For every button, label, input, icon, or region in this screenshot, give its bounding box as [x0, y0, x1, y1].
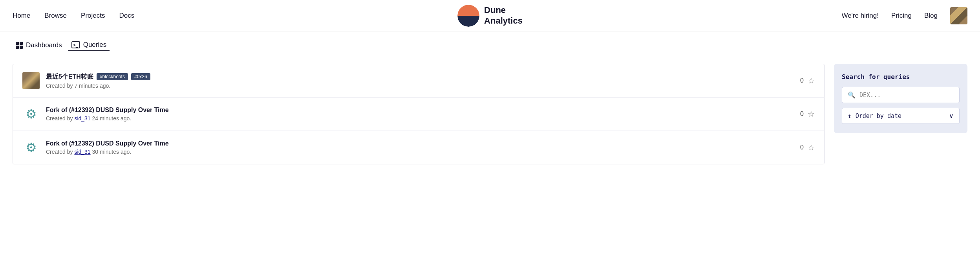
brand-logo	[457, 5, 479, 27]
nav-left: Home Browse Projects Docs	[13, 12, 134, 20]
search-sidebar: Search for queries 🔍 ↕ Order by date ∨	[834, 64, 967, 133]
dashboards-label: Dashboards	[26, 41, 62, 49]
avatar[interactable]	[950, 7, 967, 24]
search-box[interactable]: 🔍	[842, 87, 960, 103]
queries-label: Queries	[83, 41, 107, 49]
brand-text: Dune Analytics	[484, 5, 523, 26]
chevron-down-icon: ∨	[949, 112, 954, 120]
query-meta: Created by sid_31 24 minutes ago.	[46, 115, 794, 122]
sort-icon: ↕	[848, 112, 852, 120]
nav-pricing[interactable]: Pricing	[891, 12, 912, 20]
nav-projects[interactable]: Projects	[81, 12, 105, 20]
nav-brand[interactable]: Dune Analytics	[457, 5, 523, 27]
query-info: Fork of (#12392) DUSD Supply Over Time C…	[46, 107, 794, 122]
tab-queries[interactable]: >_ Queries	[68, 39, 110, 51]
query-title: Fork of (#12392) DUSD Supply Over Time	[46, 107, 794, 114]
query-title-text[interactable]: Fork of (#12392) DUSD Supply Over Time	[46, 140, 169, 147]
star-count: 0	[800, 111, 804, 118]
query-info: 最近5个ETH转账 #blockbeats #0x26 Created by 7…	[46, 73, 794, 89]
query-tag-0x26[interactable]: #0x26	[131, 73, 150, 80]
query-actions: 0 ☆	[800, 76, 815, 85]
star-count: 0	[800, 77, 804, 84]
query-meta: Created by sid_31 30 minutes ago.	[46, 149, 794, 155]
queries-icon: >_	[71, 41, 80, 48]
query-title: Fork of (#12392) DUSD Supply Over Time	[46, 140, 794, 147]
query-info: Fork of (#12392) DUSD Supply Over Time C…	[46, 140, 794, 155]
sidebar-title: Search for queries	[842, 73, 960, 81]
order-left: ↕ Order by date	[848, 112, 901, 120]
main-nav: Home Browse Projects Docs Dune Analytics…	[0, 0, 980, 31]
query-title-text[interactable]: 最近5个ETH转账	[46, 73, 93, 81]
avatar: ⚙	[22, 139, 40, 156]
star-icon[interactable]: ☆	[808, 76, 815, 85]
star-icon[interactable]: ☆	[808, 143, 815, 152]
created-by-label: Created by	[46, 115, 73, 122]
avatar: ⚙	[22, 105, 40, 123]
query-time: 7 minutes ago.	[74, 83, 110, 89]
query-title-text[interactable]: Fork of (#12392) DUSD Supply Over Time	[46, 107, 169, 114]
created-by-label: Created by	[46, 83, 73, 89]
nav-blog[interactable]: Blog	[924, 12, 938, 20]
query-meta: Created by 7 minutes ago.	[46, 83, 794, 89]
secondary-nav: Dashboards >_ Queries	[0, 31, 980, 57]
star-count: 0	[800, 144, 804, 151]
order-label: Order by date	[856, 112, 901, 120]
query-list: 最近5个ETH转账 #blockbeats #0x26 Created by 7…	[13, 64, 825, 164]
query-author-link[interactable]: sid_31	[74, 115, 90, 122]
main-layout: 最近5个ETH转账 #blockbeats #0x26 Created by 7…	[0, 57, 980, 171]
logo-top	[457, 5, 479, 16]
query-title: 最近5个ETH转账 #blockbeats #0x26	[46, 73, 794, 81]
logo-bottom	[457, 16, 479, 27]
nav-right: We're hiring! Pricing Blog	[841, 7, 967, 24]
search-input[interactable]	[859, 92, 954, 99]
nav-browse[interactable]: Browse	[44, 12, 67, 20]
query-tag-blockbeats[interactable]: #blockbeats	[97, 73, 128, 80]
query-author-link[interactable]: sid_31	[74, 149, 90, 155]
table-row: ⚙ Fork of (#12392) DUSD Supply Over Time…	[13, 131, 824, 164]
query-time: 30 minutes ago.	[92, 149, 132, 155]
brand-dune: Dune	[484, 5, 523, 15]
brand-analytics: Analytics	[484, 16, 523, 26]
tab-dashboards[interactable]: Dashboards	[13, 40, 65, 51]
avatar	[22, 72, 40, 89]
query-actions: 0 ☆	[800, 143, 815, 152]
created-by-label: Created by	[46, 149, 73, 155]
query-actions: 0 ☆	[800, 109, 815, 119]
dashboards-icon	[16, 42, 23, 49]
order-by-select[interactable]: ↕ Order by date ∨	[842, 108, 960, 124]
nav-hiring[interactable]: We're hiring!	[841, 12, 879, 20]
nav-home[interactable]: Home	[13, 12, 30, 20]
nav-docs[interactable]: Docs	[119, 12, 134, 20]
table-row: 最近5个ETH转账 #blockbeats #0x26 Created by 7…	[13, 64, 824, 98]
query-time: 24 minutes ago.	[92, 115, 132, 122]
search-icon: 🔍	[848, 91, 856, 99]
table-row: ⚙ Fork of (#12392) DUSD Supply Over Time…	[13, 98, 824, 131]
star-icon[interactable]: ☆	[808, 109, 815, 119]
